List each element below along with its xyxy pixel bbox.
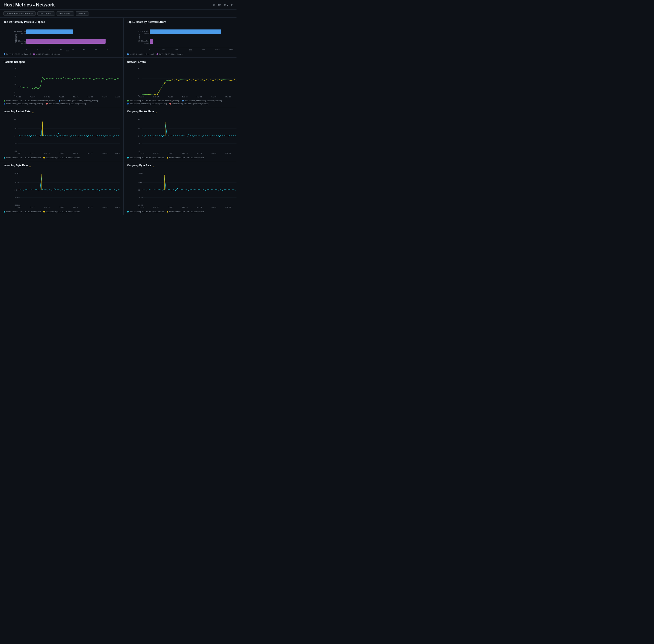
legend-dot-blue bbox=[4, 53, 5, 55]
warning-icon-ibr: ⚠ bbox=[29, 165, 31, 168]
svg-text:Feb 21: Feb 21 bbox=[168, 96, 173, 98]
svg-text:Mar 13: Mar 13 bbox=[115, 96, 120, 98]
legend-item-ne-1: ip-172-31-93-39.ec2.internal bbox=[127, 53, 154, 55]
line-chart-ipr: 40 20 0 -20 -40 Feb 13 Feb 17 Feb 21 Feb… bbox=[15, 117, 120, 155]
filter-device[interactable]: device * bbox=[76, 12, 89, 16]
time-range-control[interactable]: ⊙ -30d bbox=[213, 3, 221, 6]
legend-item-1: ip-172-31-93-39.ec2.internal bbox=[4, 53, 30, 55]
svg-text:Mar 05: Mar 05 bbox=[88, 96, 93, 98]
bar-chart-packets-dropped: ip-172-31-93-39.ec2.in ternal ip-172-32-… bbox=[15, 26, 120, 52]
svg-text:Mar 13: Mar 13 bbox=[115, 152, 120, 154]
svg-text:20 KB: 20 KB bbox=[15, 172, 19, 174]
svg-text:Mar 01: Mar 01 bbox=[73, 152, 79, 154]
svg-rect-22 bbox=[150, 39, 153, 44]
svg-text:ternal: ternal bbox=[21, 42, 26, 44]
panel-incoming-packet-rate: Incoming Packet Rate ⚠ 40 20 0 -20 -40 F… bbox=[0, 107, 123, 161]
bar-chart-network-errors: ip-172-31-93-39.ec2.in ternal ip-172-32-… bbox=[138, 26, 237, 52]
filter-control[interactable]: ⊓ bbox=[231, 3, 233, 6]
svg-text:Feb 25: Feb 25 bbox=[182, 152, 188, 154]
svg-text:Feb 13: Feb 13 bbox=[16, 96, 21, 98]
legend-ne-ts: host.name=ip-172-31-93-39.ec2.internal d… bbox=[127, 99, 237, 105]
legend-network-errors: ip-172-31-93-39.ec2.internal ip-172-32-9… bbox=[127, 53, 237, 55]
warning-icon-opr: ⚠ bbox=[155, 111, 158, 114]
svg-text:0: 0 bbox=[15, 135, 16, 137]
svg-rect-5 bbox=[26, 39, 105, 44]
svg-text:0 B: 0 B bbox=[15, 189, 17, 191]
svg-text:1,000: 1,000 bbox=[215, 48, 220, 50]
legend-item-ne-2: ip-172-32-93-39.ec2.internal bbox=[156, 53, 184, 55]
panel-title-ibr: Incoming Byte Rate bbox=[4, 164, 28, 167]
warning-icon-obr: ⚠ bbox=[152, 165, 154, 168]
svg-text:-40: -40 bbox=[15, 150, 17, 152]
page-title: Host Metrics - Network bbox=[3, 2, 55, 8]
svg-text:20: 20 bbox=[15, 128, 16, 130]
svg-text:30: 30 bbox=[95, 48, 97, 50]
panel-title-row-ipr: Incoming Packet Rate ⚠ bbox=[4, 110, 120, 115]
svg-text:Mar 09: Mar 09 bbox=[102, 206, 107, 208]
svg-text:Feb 21: Feb 21 bbox=[45, 206, 50, 208]
svg-text:Mar 09: Mar 09 bbox=[225, 206, 231, 208]
legend-item-2: ip-172-32-93-39.ec2.internal bbox=[33, 53, 60, 55]
header-controls: ⊙ -30d ↻ ∨ ⊓ bbox=[213, 3, 233, 6]
filter-deployment[interactable]: deployment.environment * bbox=[3, 12, 36, 16]
svg-text:Mar 09: Mar 09 bbox=[225, 96, 231, 98]
svg-text:Mar 01: Mar 01 bbox=[73, 206, 79, 208]
panel-packets-dropped-ts: Packets Dropped 20 15 10 5 0 Feb 13 Feb … bbox=[0, 58, 123, 107]
legend-packets-dropped: ip-172-31-93-39.ec2.internal ip-172-32-9… bbox=[4, 53, 120, 55]
svg-text:-40: -40 bbox=[138, 150, 140, 152]
panel-title-network-errors: Top 10 Hosts by Network Errors bbox=[127, 20, 237, 23]
svg-rect-4 bbox=[26, 29, 73, 34]
svg-text:10: 10 bbox=[15, 83, 16, 85]
bar-chart-svg-network-errors: ip-172-31-93-39.ec2.in ternal ip-172-32-… bbox=[138, 26, 237, 51]
svg-text:0: 0 bbox=[26, 48, 27, 50]
filter-hostgroup[interactable]: host.group * bbox=[38, 12, 55, 16]
svg-text:Feb 25: Feb 25 bbox=[59, 96, 64, 98]
svg-text:Mar 09: Mar 09 bbox=[102, 96, 107, 98]
svg-text:20: 20 bbox=[15, 67, 16, 69]
line-chart-svg-ne: 4 2 0 Feb 13 Feb 17 Feb 21 Feb 25 Mar 01… bbox=[138, 66, 237, 98]
svg-text:Feb 21: Feb 21 bbox=[168, 152, 173, 154]
svg-text:ternal: ternal bbox=[144, 32, 149, 34]
svg-text:host.name: host.name bbox=[15, 34, 17, 43]
svg-text:40: 40 bbox=[15, 118, 16, 120]
svg-text:10 KB: 10 KB bbox=[138, 182, 143, 183]
line-chart-svg-pd: 20 15 10 5 0 Feb 13 Feb 17 Feb 21 Feb 25… bbox=[15, 66, 120, 98]
svg-text:2: 2 bbox=[138, 77, 139, 79]
svg-text:ip-172-31-93-39.ec2.in: ip-172-31-93-39.ec2.in bbox=[138, 30, 149, 32]
line-chart-obr: 20 KB 10 KB 0 B -10 KB -20 KB Feb 13 Feb… bbox=[138, 171, 237, 209]
bar-chart-svg-packets-dropped: ip-172-31-93-39.ec2.in ternal ip-172-32-… bbox=[15, 26, 118, 51]
svg-text:20: 20 bbox=[72, 48, 74, 50]
panel-outgoing-packet-rate: Outgoing Packet Rate ⚠ 40 20 0 -20 -40 F… bbox=[123, 107, 237, 161]
svg-text:sum: sum bbox=[189, 50, 192, 51]
filter-hostname[interactable]: host.name * bbox=[56, 12, 74, 16]
svg-text:0: 0 bbox=[149, 48, 150, 50]
svg-text:Mar 01: Mar 01 bbox=[197, 206, 202, 208]
svg-text:35: 35 bbox=[107, 48, 108, 50]
line-chart-svg-obr: 20 KB 10 KB 0 B -10 KB -20 KB Feb 13 Feb… bbox=[138, 171, 237, 209]
svg-text:Mar 01: Mar 01 bbox=[197, 96, 202, 98]
svg-text:10: 10 bbox=[49, 48, 50, 50]
svg-text:Mar 05: Mar 05 bbox=[88, 206, 93, 208]
svg-text:400: 400 bbox=[175, 48, 178, 50]
svg-text:-20 KB: -20 KB bbox=[15, 204, 20, 206]
svg-text:ternal: ternal bbox=[21, 32, 26, 34]
svg-text:-10 KB: -10 KB bbox=[15, 197, 20, 199]
svg-text:0: 0 bbox=[138, 135, 139, 137]
svg-text:Feb 25: Feb 25 bbox=[182, 96, 188, 98]
line-chart-ibr: 20 KB 10 KB 0 B -10 KB -20 KB Feb 13 Feb… bbox=[15, 171, 120, 209]
panel-title-pd-ts: Packets Dropped bbox=[4, 61, 120, 64]
svg-text:Feb 25: Feb 25 bbox=[59, 152, 64, 154]
refresh-control[interactable]: ↻ ∨ bbox=[224, 3, 228, 6]
svg-text:25: 25 bbox=[83, 48, 86, 50]
warning-icon-ipr: ⚠ bbox=[32, 111, 34, 114]
panel-title-packets-dropped: Top 10 Hosts by Packets Dropped bbox=[4, 20, 120, 23]
svg-text:10 KB: 10 KB bbox=[15, 182, 19, 183]
svg-text:Feb 17: Feb 17 bbox=[153, 206, 159, 208]
svg-text:Feb 17: Feb 17 bbox=[153, 96, 159, 98]
svg-text:ip-172-31-93-39.ec2.in: ip-172-31-93-39.ec2.in bbox=[15, 30, 26, 32]
svg-text:Feb 13: Feb 13 bbox=[139, 206, 144, 208]
legend-pd-ts: host.name=ip-172-31-93-39.ec2.internal d… bbox=[4, 99, 120, 105]
line-chart-opr: 40 20 0 -20 -40 Feb 13 Feb 17 Feb 21 Feb… bbox=[138, 117, 237, 155]
svg-text:sum: sum bbox=[66, 50, 69, 51]
svg-text:5: 5 bbox=[15, 91, 16, 93]
